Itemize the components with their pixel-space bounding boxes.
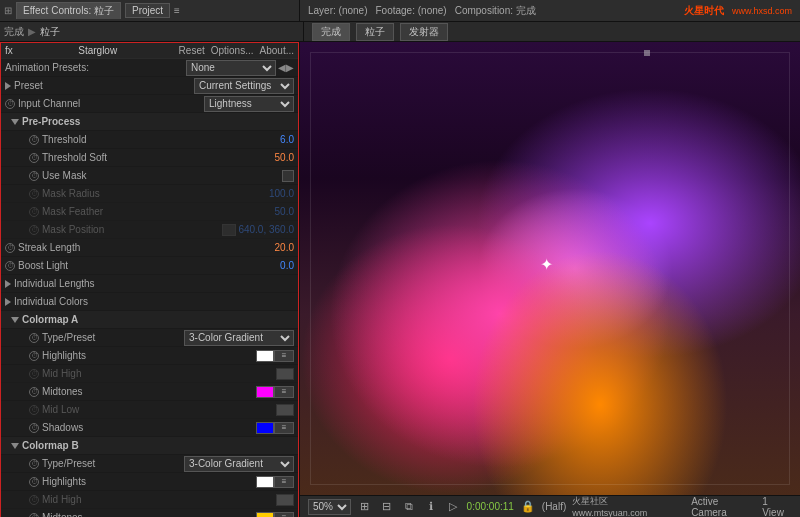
- midtones-a-swatch[interactable]: [256, 386, 274, 398]
- type-preset-b-stopwatch[interactable]: ⏱: [29, 459, 39, 469]
- lock-icon[interactable]: 🔒: [520, 499, 536, 515]
- highlights-b-btn[interactable]: ≡: [274, 476, 294, 488]
- camera-label: Active Camera: [691, 496, 756, 518]
- boost-light-row: ⏱ Boost Light 0.0: [1, 257, 298, 275]
- input-channel-stopwatch[interactable]: ⏱: [5, 99, 15, 109]
- type-preset-b-select[interactable]: 3-Color Gradient: [184, 456, 294, 472]
- midtones-b-btn[interactable]: ≡: [274, 512, 294, 518]
- threshold-value[interactable]: 6.0: [254, 134, 294, 145]
- type-preset-a-label: Type/Preset: [42, 332, 184, 343]
- render-icon[interactable]: ▷: [445, 499, 461, 515]
- type-preset-a-stopwatch[interactable]: ⏱: [29, 333, 39, 343]
- boost-light-stopwatch[interactable]: ⏱: [5, 261, 15, 271]
- threshold-soft-stopwatch[interactable]: ⏱: [29, 153, 39, 163]
- grid-icon[interactable]: ⊟: [379, 499, 395, 515]
- emitter-tab[interactable]: 发射器: [400, 23, 448, 41]
- breadcrumb-home[interactable]: 完成: [4, 25, 24, 39]
- shadows-a-row: ⏱ Shadows ≡: [1, 419, 298, 437]
- logo: 火星时代: [684, 4, 724, 18]
- shadows-a-btn[interactable]: ≡: [274, 422, 294, 434]
- right-toolbar: 火星社区 www.mtsyuan.com Active Camera 1 Vie…: [572, 495, 792, 517]
- mask-feather-row: ⏱ Mask Feather 50.0: [1, 203, 298, 221]
- preset-triangle[interactable]: [5, 82, 11, 90]
- mask-toggle-icon[interactable]: ⧉: [401, 499, 417, 515]
- breadcrumb-right: 完成 粒子 发射器: [308, 23, 796, 41]
- effect-controls-tab[interactable]: Effect Controls: 粒子: [16, 2, 121, 19]
- shadows-a-swatch[interactable]: [256, 422, 274, 434]
- streak-length-row: ⏱ Streak Length 20.0: [1, 239, 298, 257]
- particle-tab[interactable]: 粒子: [356, 23, 394, 41]
- breadcrumb-sep: ▶: [28, 26, 36, 37]
- highlights-a-label: Highlights: [42, 350, 256, 361]
- info-icon[interactable]: ℹ: [423, 499, 439, 515]
- highlights-a-stopwatch[interactable]: ⏱: [29, 351, 39, 361]
- colormap-b-label: Colormap B: [22, 440, 294, 451]
- zoom-select[interactable]: 50%: [308, 499, 351, 515]
- preset-select[interactable]: Current Settings: [194, 78, 294, 94]
- effect-buttons: Reset Options... About...: [179, 45, 294, 56]
- preview-area[interactable]: ✦: [300, 42, 800, 495]
- individual-lengths-triangle[interactable]: [5, 280, 11, 288]
- quality-label: (Half): [542, 501, 566, 512]
- reset-btn[interactable]: Reset: [179, 45, 205, 56]
- options-btn[interactable]: Options...: [211, 45, 254, 56]
- animation-presets-select[interactable]: None: [186, 60, 276, 76]
- anim-prev-btn[interactable]: ◀: [278, 62, 286, 73]
- colormap-a-label: Colormap A: [22, 314, 294, 325]
- fit-icon[interactable]: ⊞: [357, 499, 373, 515]
- midtones-b-swatch[interactable]: [256, 512, 274, 518]
- mask-radius-value: 100.0: [254, 188, 294, 199]
- mid-high-a-swatch: [276, 368, 294, 380]
- star-icon: ✦: [540, 255, 553, 274]
- breadcrumb-layer[interactable]: 粒子: [40, 25, 60, 39]
- use-mask-stopwatch[interactable]: ⏱: [29, 171, 39, 181]
- mask-position-row: ⏱ Mask Position 640.0, 360.0: [1, 221, 298, 239]
- boost-light-value[interactable]: 0.0: [254, 260, 294, 271]
- streak-length-value[interactable]: 20.0: [254, 242, 294, 253]
- mid-low-a-label: Mid Low: [42, 404, 276, 415]
- about-btn[interactable]: About...: [260, 45, 294, 56]
- pre-process-label: Pre-Process: [22, 116, 294, 127]
- mask-position-crosshair[interactable]: [222, 224, 236, 236]
- midtones-a-stopwatch[interactable]: ⏱: [29, 387, 39, 397]
- mask-radius-row: ⏱ Mask Radius 100.0: [1, 185, 298, 203]
- midtones-b-label: Midtones: [42, 512, 256, 517]
- highlights-b-swatch[interactable]: [256, 476, 274, 488]
- breadcrumb-bar: 完成 ▶ 粒子 完成 粒子 发射器: [0, 22, 800, 42]
- colormap-b-triangle[interactable]: [11, 443, 19, 449]
- mask-position-stopwatch: ⏱: [29, 225, 39, 235]
- use-mask-row: ⏱ Use Mask: [1, 167, 298, 185]
- streak-length-stopwatch[interactable]: ⏱: [5, 243, 15, 253]
- mid-low-a-row: ⏱ Mid Low: [1, 401, 298, 419]
- highlights-a-swatch[interactable]: [256, 350, 274, 362]
- input-channel-row: ⏱ Input Channel Lightness: [1, 95, 298, 113]
- panel-menu-icon[interactable]: ≡: [174, 5, 180, 16]
- anim-next-btn[interactable]: ▶: [286, 62, 294, 73]
- mid-high-b-swatch: [276, 494, 294, 506]
- threshold-row: ⏱ Threshold 6.0: [1, 131, 298, 149]
- highlights-a-btn[interactable]: ≡: [274, 350, 294, 362]
- midtones-b-stopwatch[interactable]: ⏱: [29, 513, 39, 518]
- threshold-soft-value[interactable]: 50.0: [254, 152, 294, 163]
- animation-presets-row: Animation Presets: None ◀ ▶: [1, 59, 298, 77]
- highlights-b-label: Highlights: [42, 476, 256, 487]
- individual-lengths-label: Individual Lengths: [14, 278, 294, 289]
- individual-colors-triangle[interactable]: [5, 298, 11, 306]
- composition-label: Composition: 完成: [455, 4, 536, 18]
- type-preset-a-select[interactable]: 3-Color Gradient: [184, 330, 294, 346]
- threshold-stopwatch[interactable]: ⏱: [29, 135, 39, 145]
- highlights-b-stopwatch[interactable]: ⏱: [29, 477, 39, 487]
- input-channel-select[interactable]: Lightness: [204, 96, 294, 112]
- colormap-a-triangle[interactable]: [11, 317, 19, 323]
- shadows-a-stopwatch[interactable]: ⏱: [29, 423, 39, 433]
- pre-process-triangle[interactable]: [11, 119, 19, 125]
- use-mask-checkbox[interactable]: [282, 170, 294, 182]
- colormap-a-header: Colormap A: [1, 311, 298, 329]
- comp-tab[interactable]: 完成: [312, 23, 350, 41]
- project-tab[interactable]: Project: [125, 3, 170, 18]
- mid-low-a-swatch: [276, 404, 294, 416]
- midtones-a-btn[interactable]: ≡: [274, 386, 294, 398]
- threshold-soft-row: ⏱ Threshold Soft 50.0: [1, 149, 298, 167]
- type-preset-b-label: Type/Preset: [42, 458, 184, 469]
- type-preset-a-row: ⏱ Type/Preset 3-Color Gradient: [1, 329, 298, 347]
